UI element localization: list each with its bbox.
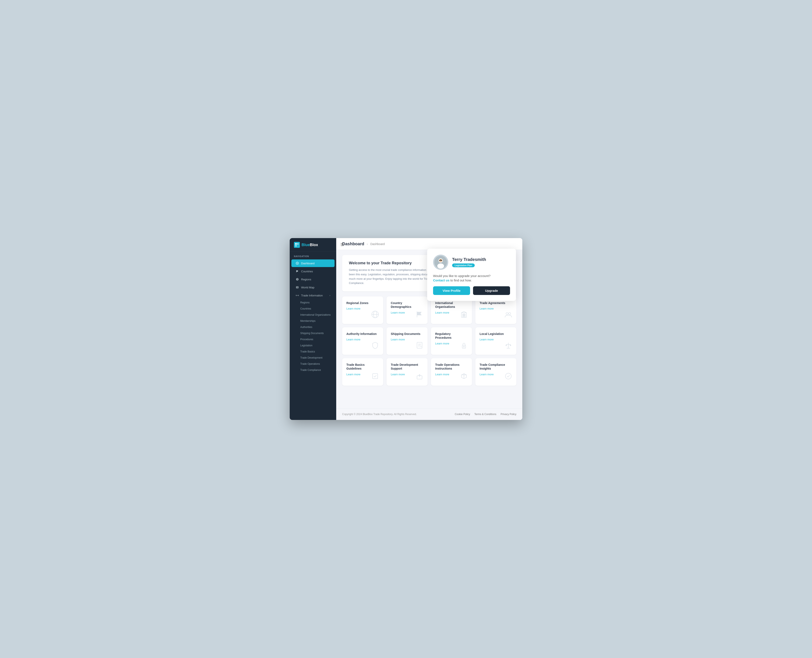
card-trade-basics-guidelines: Trade Basics Guidelines Learn more (342, 358, 383, 386)
sidebar-item-trade-information[interactable]: Trade Information › (292, 291, 334, 299)
svg-rect-19 (462, 316, 464, 317)
lock-card-icon (459, 341, 469, 352)
hamburger-button[interactable]: ☰ (340, 242, 344, 247)
sidebar-item-world-map[interactable]: World Map (292, 284, 334, 291)
svg-point-4 (297, 263, 298, 264)
check-card-icon (370, 371, 380, 383)
card-authority-information: Authority Information Learn more (342, 327, 383, 355)
sidebar-sub-trade-compliance[interactable]: Trade Compliance (298, 367, 334, 373)
card-country-demographics: Country Demographics Learn more (387, 296, 428, 324)
sidebar-sub-international-org[interactable]: International Organizations (298, 312, 334, 318)
building-card-icon (459, 310, 469, 321)
card-shipping-documents: Shipping Documents Learn more (387, 327, 428, 355)
card-title: Trade Agreements (480, 301, 512, 305)
sidebar-sub-regions[interactable]: Regions (298, 299, 334, 306)
breadcrumb-separator: › (367, 242, 368, 246)
svg-point-23 (506, 312, 508, 315)
sidebar: BlueBlox NAVIGATION Dashboard Countries (290, 238, 336, 420)
sidebar-item-label: Countries (301, 270, 313, 273)
avatar (433, 255, 448, 270)
sidebar-sub-trade-basics[interactable]: Trade Basics (298, 349, 334, 354)
contact-us-link[interactable]: Contact us (433, 279, 450, 282)
chevron-right-icon: › (329, 294, 330, 297)
sidebar-item-regions[interactable]: Regions (292, 276, 334, 283)
plan-badge: Legislative Plan (452, 263, 475, 267)
scale-card-icon (504, 341, 513, 352)
card-title: Shipping Documents (391, 332, 423, 336)
profile-name: Terry Tradesmith (452, 257, 486, 262)
popup-buttons: View Profile Upgrade (433, 286, 510, 295)
main-footer: Copyright © 2024 BlueBlox Trade Reposito… (336, 408, 522, 420)
shield-card-icon (370, 341, 380, 352)
card-trade-development-support: Trade Development Support Learn more (387, 358, 428, 386)
copyright-text: Copyright © 2024 BlueBlox Trade Reposito… (342, 413, 417, 416)
card-title: Regional Zones (346, 301, 379, 305)
badge-card-icon (504, 371, 513, 383)
profile-popup-header: Terry Tradesmith Legislative Plan (433, 255, 510, 270)
sidebar-item-dashboard[interactable]: Dashboard (292, 259, 334, 267)
flag-icon (296, 269, 299, 273)
cards-row-3: Trade Basics Guidelines Learn more Trade… (342, 358, 516, 386)
breadcrumb: Dashboard (370, 242, 385, 246)
cards-row-2: Authority Information Learn more Shippin… (342, 327, 516, 355)
globe-icon (296, 277, 299, 281)
card-title: Trade Basics Guidelines (346, 363, 379, 370)
sidebar-sub-trade-development[interactable]: Trade Development (298, 355, 334, 361)
svg-point-43 (437, 263, 444, 268)
view-profile-button[interactable]: View Profile (433, 286, 470, 295)
card-trade-compliance-insights: Trade Compliance Insights Learn more (475, 358, 516, 386)
upload-card-icon (415, 371, 424, 383)
dashboard-icon (296, 262, 299, 265)
sidebar-sub-procedures[interactable]: Procedures (298, 337, 334, 342)
svg-point-31 (464, 346, 464, 347)
logo-area: BlueBlox (290, 238, 336, 252)
cookie-policy-link[interactable]: Cookie Policy (455, 413, 470, 416)
people-card-icon (504, 310, 513, 321)
map-icon (296, 286, 299, 289)
card-title: Regulatory Procedures (435, 332, 468, 340)
contact-line: Contact us to find out how. (433, 279, 510, 282)
svg-point-45 (440, 260, 440, 261)
svg-rect-5 (296, 270, 297, 272)
profile-info: Terry Tradesmith Legislative Plan (452, 257, 486, 267)
card-title: Local Legislation (480, 332, 512, 336)
doc-card-icon (415, 341, 424, 352)
privacy-policy-link[interactable]: Privacy Policy (500, 413, 516, 416)
card-regulatory-procedures: Regulatory Procedures Learn more (431, 327, 472, 355)
logo-icon (294, 242, 300, 248)
svg-point-46 (441, 260, 442, 261)
sidebar-sub-legislation[interactable]: Legislation (298, 343, 334, 348)
sidebar-sub-shipping-docs[interactable]: Shipping Documents (298, 330, 334, 336)
svg-point-40 (505, 373, 511, 379)
svg-rect-20 (464, 316, 465, 317)
nav-label: NAVIGATION (290, 252, 336, 259)
terms-link[interactable]: Terms & Conditions (474, 413, 496, 416)
page-title: Dashboard (342, 241, 364, 246)
flag-card-icon (415, 310, 424, 321)
sidebar-item-label: Regions (301, 278, 311, 281)
app-window: BlueBlox NAVIGATION Dashboard Countries (290, 238, 522, 420)
box-card-icon (459, 371, 469, 383)
card-local-legislation: Local Legislation Learn more (475, 327, 516, 355)
svg-rect-18 (464, 314, 465, 315)
svg-rect-1 (297, 243, 299, 244)
profile-popup: Terry Tradesmith Legislative Plan Would … (427, 249, 516, 301)
sidebar-sub-trade-operations[interactable]: Trade Operations (298, 361, 334, 367)
sidebar-sub-memberships[interactable]: Memberships (298, 318, 334, 324)
svg-rect-2 (295, 245, 297, 246)
sidebar-item-countries[interactable]: Countries (292, 268, 334, 275)
sidebar-item-label: Dashboard (301, 262, 315, 265)
profile-popup-body: Would you like to upgrade your account? … (433, 274, 510, 282)
sidebar-sub-authorities[interactable]: Authorities (298, 324, 334, 330)
sidebar-sub-countries[interactable]: Countries (298, 306, 334, 312)
card-title: Trade Development Support (391, 363, 423, 370)
upgrade-button[interactable]: Upgrade (473, 286, 510, 295)
svg-rect-17 (462, 314, 464, 315)
footer-links: Cookie Policy Terms & Conditions Privacy… (455, 413, 516, 416)
card-title: International Organisations (435, 301, 468, 309)
sidebar-sub-menu: Regions Countries International Organiza… (290, 299, 336, 373)
logo-text: BlueBlox (301, 243, 318, 247)
svg-rect-0 (295, 243, 297, 244)
sidebar-item-label: Trade Information (301, 294, 323, 297)
card-trade-operations-instructions: Trade Operations Instructions Learn more (431, 358, 472, 386)
